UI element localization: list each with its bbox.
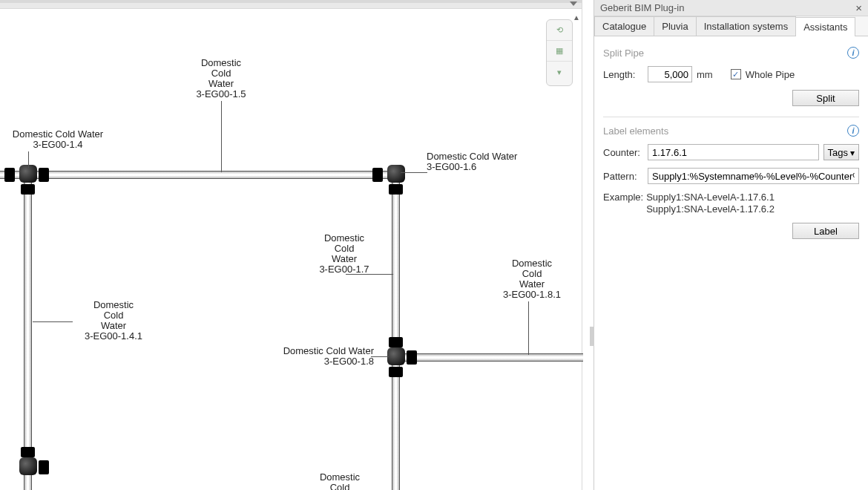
pipe-label: DomesticColdWater3-EG00-1.4.1 xyxy=(73,300,154,342)
pipe-tee-fitting[interactable] xyxy=(387,347,405,365)
length-unit: mm xyxy=(697,69,713,80)
pipe-socket xyxy=(389,184,403,195)
tab-pluvia[interactable]: Pluvia xyxy=(654,16,696,36)
pipe-label: Domestic Cold Water3-EG00-1.4 xyxy=(2,129,114,150)
pipe-label: DomesticColdWater3-EG00-1.5 xyxy=(184,58,258,99)
leader-line xyxy=(371,356,389,357)
pipe[interactable] xyxy=(392,174,400,490)
length-input[interactable] xyxy=(648,66,692,82)
plugin-panel: Geberit BIM Plug-in × Catalogue Pluvia I… xyxy=(594,0,868,490)
info-icon[interactable]: i xyxy=(847,125,859,137)
label-elements-heading: Label elements i xyxy=(603,125,859,137)
pattern-label: Pattern: xyxy=(603,171,643,182)
info-icon[interactable]: i xyxy=(847,47,859,59)
pipe-label: DomesticCold xyxy=(303,472,377,490)
close-icon[interactable]: × xyxy=(855,1,862,14)
whole-pipe-label: Whole Pipe xyxy=(746,69,795,80)
pipe-socket xyxy=(39,168,49,182)
leader-line xyxy=(528,301,529,355)
panel-titlebar[interactable]: Geberit BIM Plug-in × xyxy=(594,0,868,16)
panel-resize-handle[interactable] xyxy=(590,327,594,346)
pipe-socket xyxy=(21,184,35,195)
leader-line xyxy=(33,321,73,322)
pipe-elbow-fitting[interactable] xyxy=(387,165,405,183)
tab-catalogue[interactable]: Catalogue xyxy=(594,16,654,36)
tab-installation-systems[interactable]: Installation systems xyxy=(696,16,796,36)
pipe-elbow-fitting[interactable] xyxy=(19,457,37,475)
pipe-socket xyxy=(39,460,49,474)
leader-line xyxy=(401,172,427,173)
leader-line xyxy=(221,101,222,172)
pipe[interactable] xyxy=(0,171,401,179)
pattern-row: Pattern: xyxy=(603,168,859,184)
pipe-socket xyxy=(389,367,403,377)
length-label: Length: xyxy=(603,69,643,80)
example-values: Supply1:SNA-LevelA-1.17.6.1 Supply1:SNA-… xyxy=(646,192,775,215)
pipe-socket xyxy=(407,350,417,365)
leader-line xyxy=(28,151,29,168)
length-row: Length: mm ✓ Whole Pipe xyxy=(603,66,859,82)
counter-row: Counter: Tags ▾ xyxy=(603,144,859,160)
pipe-label: DomesticColdWater3-EG00-1.7 xyxy=(307,233,381,275)
pipe[interactable] xyxy=(399,353,583,362)
cad-viewport[interactable]: ▲ ⟲ ▦ ▾ Domestic Cold Water3-EG00-1.4 xyxy=(0,0,582,490)
section-divider xyxy=(603,117,859,117)
tab-strip: Catalogue Pluvia Installation systems As… xyxy=(594,16,868,36)
split-pipe-heading: Split Pipe i xyxy=(603,47,859,59)
pipe-socket xyxy=(372,168,383,182)
example-row: Example: Supply1:SNA-LevelA-1.17.6.1 Sup… xyxy=(603,192,859,215)
drawing-canvas[interactable]: Domestic Cold Water3-EG00-1.4 DomesticCo… xyxy=(0,12,582,490)
pipe-socket xyxy=(389,337,403,347)
split-button[interactable]: Split xyxy=(792,90,859,106)
counter-label: Counter: xyxy=(603,147,643,158)
tab-assistants[interactable]: Assistants xyxy=(795,17,855,36)
leader-line xyxy=(346,274,393,275)
panel-body: Split Pipe i Length: mm ✓ Whole Pipe Spl… xyxy=(594,36,868,490)
panel-title-text: Geberit BIM Plug-in xyxy=(600,2,684,13)
label-button[interactable]: Label xyxy=(792,223,859,239)
pipe-socket xyxy=(21,447,35,457)
pipe-label: Domestic Cold Water3-EG00-1.8 xyxy=(270,346,374,367)
pattern-input[interactable] xyxy=(648,168,859,184)
whole-pipe-checkbox[interactable]: ✓ xyxy=(731,69,741,79)
pipe[interactable] xyxy=(24,174,32,490)
pipe-label: DomesticColdWater3-EG00-1.8.1 xyxy=(491,258,573,300)
example-label: Example: xyxy=(603,192,643,215)
pipe-socket xyxy=(4,168,15,182)
tags-button[interactable]: Tags ▾ xyxy=(823,144,859,160)
counter-input[interactable] xyxy=(648,144,819,160)
pipe-label: Domestic Cold Water3-EG00-1.6 xyxy=(427,151,530,172)
viewport-ribbon-collapse[interactable] xyxy=(0,3,582,9)
